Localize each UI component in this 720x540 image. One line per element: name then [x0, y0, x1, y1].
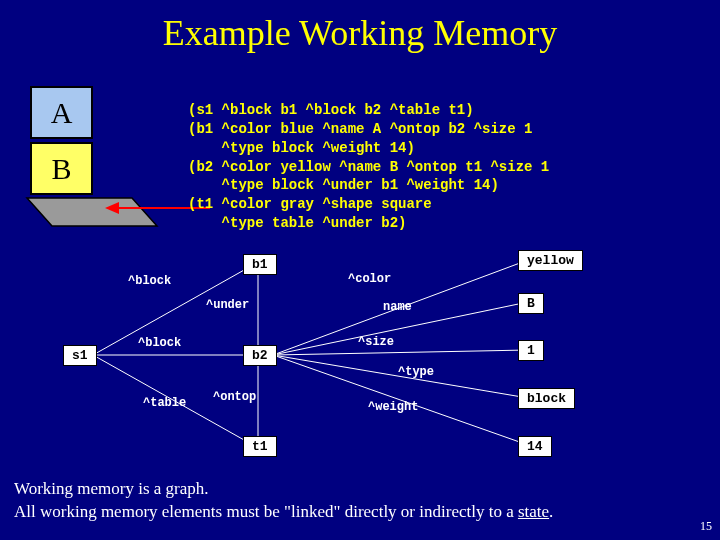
node-yellow: yellow: [518, 250, 583, 271]
edge-under: ^under: [206, 298, 249, 312]
footer-line2: All working memory elements must be "lin…: [14, 501, 553, 524]
blocks-diagram: A B: [22, 86, 172, 231]
edge-type: ^type: [398, 365, 434, 379]
node-name-b: B: [518, 293, 544, 314]
node-b1: b1: [243, 254, 277, 275]
code-line: (b1 ^color blue ^name A ^ontop b2 ^size …: [188, 121, 532, 137]
block-b: B: [30, 142, 93, 195]
svg-line-10: [273, 350, 528, 355]
edge-color: ^color: [348, 272, 391, 286]
page-number: 15: [700, 519, 712, 534]
graph-diagram: s1 b1 b2 t1 yellow B 1 block 14 ^block ^…: [58, 240, 658, 470]
footer-line2c: .: [549, 502, 553, 521]
edge-name: name: [383, 300, 412, 314]
block-a: A: [30, 86, 93, 139]
node-size-1: 1: [518, 340, 544, 361]
edge-weight: ^weight: [368, 400, 418, 414]
svg-marker-2: [105, 202, 119, 214]
node-b2: b2: [243, 345, 277, 366]
code-line: ^type block ^weight 14): [188, 140, 415, 156]
edge-block2: ^block: [138, 336, 181, 350]
footer-text: Working memory is a graph. All working m…: [14, 478, 553, 524]
footer-state-link: state: [518, 502, 549, 521]
node-weight-14: 14: [518, 436, 552, 457]
edge-ontop: ^ontop: [213, 390, 256, 404]
footer-line1: Working memory is a graph.: [14, 478, 553, 501]
code-line: (b2 ^color yellow ^name B ^ontop t1 ^siz…: [188, 159, 549, 175]
edge-size: ^size: [358, 335, 394, 349]
page-title: Example Working Memory: [0, 0, 720, 54]
node-t1: t1: [243, 436, 277, 457]
code-line: (s1 ^block b1 ^block b2 ^table t1): [188, 102, 474, 118]
node-s1: s1: [63, 345, 97, 366]
code-line: ^type block ^under b1 ^weight 14): [188, 177, 499, 193]
node-type-block: block: [518, 388, 575, 409]
code-line: (t1 ^color gray ^shape square: [188, 196, 432, 212]
working-memory-code: (s1 ^block b1 ^block b2 ^table t1) (b1 ^…: [188, 82, 549, 233]
edge-block1: ^block: [128, 274, 171, 288]
footer-line2a: All working memory elements must be "lin…: [14, 502, 518, 521]
code-line: ^type table ^under b2): [188, 215, 406, 231]
edge-table: ^table: [143, 396, 186, 410]
